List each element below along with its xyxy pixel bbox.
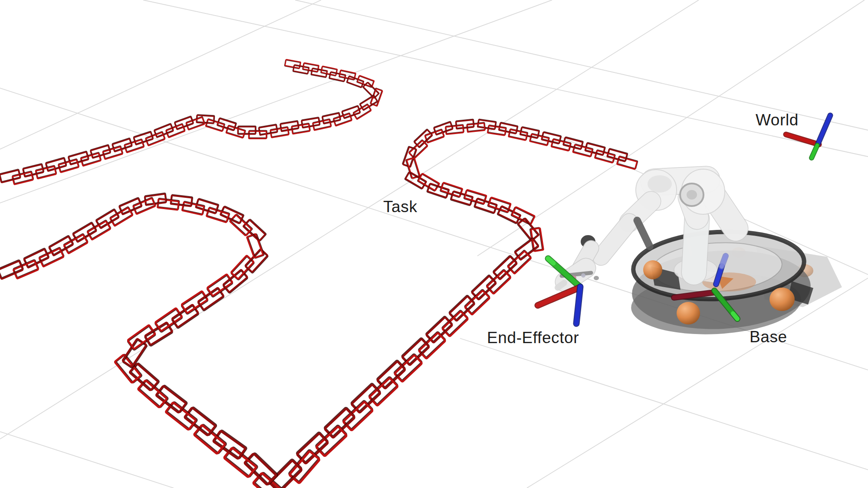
label-end-effector: End-Effector	[487, 330, 579, 347]
upper-left-task-track	[0, 59, 383, 185]
3d-viewport[interactable]: World Task End-Effector Base	[0, 0, 868, 488]
label-world: World	[756, 112, 799, 129]
scene-svg	[0, 0, 868, 488]
robot-gripper	[558, 235, 599, 288]
label-task: Task	[383, 199, 417, 216]
label-base: Base	[750, 329, 787, 346]
world-frame-x-axis	[786, 134, 819, 144]
world-frame-z-axis	[818, 115, 830, 144]
robot-mobile-base	[630, 228, 842, 338]
